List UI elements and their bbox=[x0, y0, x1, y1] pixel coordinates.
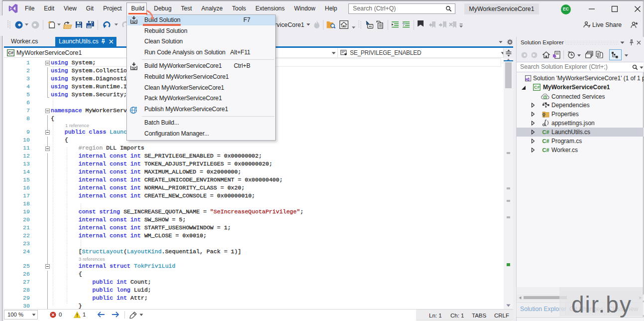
svg-text:C#: C# bbox=[542, 129, 549, 135]
svg-text:C#: C# bbox=[542, 138, 549, 144]
svg-text:C#: C# bbox=[542, 147, 549, 153]
svg-text:?: ? bbox=[402, 22, 405, 27]
svg-text:C#: C# bbox=[534, 85, 539, 90]
svg-text:C#: C# bbox=[8, 50, 13, 55]
